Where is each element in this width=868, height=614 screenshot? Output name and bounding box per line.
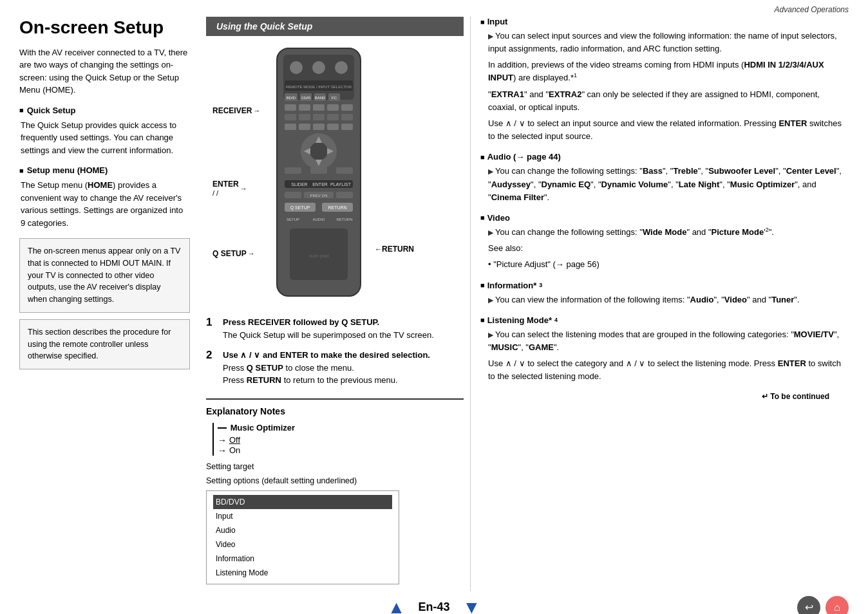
prev-page-arrow[interactable]: ▲: [388, 597, 406, 615]
step2-number: 2: [206, 349, 218, 362]
svg-rect-37: [341, 138, 353, 145]
svg-rect-40: [336, 167, 353, 174]
remote-diagram: RECEIVER → ENTER/ / → Q SETUP →: [212, 45, 457, 304]
step-2: 2 Use ∧ / ∨ and ENTER to make the desire…: [206, 349, 464, 387]
information-heading: Information*3: [480, 281, 849, 290]
mo-diagram: Music Optimizer → Off → On: [206, 423, 464, 456]
step1-body: The Quick Setup will be superimposed on …: [223, 330, 434, 340]
mo-on: On: [229, 445, 240, 455]
listening-mode-heading: Listening Mode*4: [480, 315, 849, 325]
section-input: Input ▶You can select input sources and …: [480, 17, 849, 143]
svg-text:SETUP: SETUP: [287, 218, 299, 221]
setup-menu-label: Setup menu (HOME): [27, 165, 108, 175]
section-information: Information*3 ▶You can view the informat…: [480, 281, 849, 306]
svg-rect-16: [299, 104, 310, 111]
svg-text:BAND: BAND: [315, 96, 326, 100]
svg-rect-39: [310, 167, 327, 174]
note-box-1: The on-screen menus appear only on a TV …: [19, 238, 190, 313]
steps-area: 1 Press RECEIVER followed by Q SETUP. Th…: [206, 316, 464, 387]
menu-item-input: Input: [213, 509, 392, 523]
svg-text:PLAYLIST: PLAYLIST: [330, 182, 352, 187]
step-1: 1 Press RECEIVER followed by Q SETUP. Th…: [206, 316, 464, 341]
step2-body1: Press Q SETUP to close the menu.: [223, 363, 354, 373]
svg-point-2: [290, 61, 303, 74]
audio-heading: Audio (→ page 44): [480, 152, 849, 162]
return-label: ← RETURN: [373, 245, 425, 254]
svg-text:PREV ON: PREV ON: [310, 194, 327, 198]
section-audio: Audio (→ page 44) ▶You can change the fo…: [480, 152, 849, 203]
setup-menu-heading: Setup menu (HOME): [19, 165, 190, 175]
svg-text:RETURN: RETURN: [337, 218, 353, 221]
receiver-label: RECEIVER →: [212, 106, 264, 115]
svg-text:num pad: num pad: [308, 253, 328, 259]
svg-text:ENTER: ENTER: [312, 182, 328, 187]
quick-setup-body: The Quick Setup provides quick access to…: [19, 119, 190, 157]
svg-rect-18: [327, 104, 339, 111]
svg-rect-45: [285, 192, 301, 198]
svg-rect-17: [313, 104, 325, 111]
explanatory-section: Explanatory Notes Music Optimizer → Off: [206, 398, 464, 584]
svg-rect-22: [313, 114, 325, 120]
setting-target: Setting target: [206, 462, 464, 471]
remote-labels-right: ← RETURN: [373, 45, 425, 254]
next-page-arrow[interactable]: ▼: [463, 597, 481, 615]
remote-svg-wrapper: REMOTE MODE / INPUT SELECTOR BD/D CD/R B…: [264, 45, 373, 304]
page-footer: ▲ En-43 ▼ ↩ ⌂: [0, 591, 868, 615]
menu-item-listening-mode: Listening Mode: [213, 566, 392, 580]
back-icon[interactable]: ↩: [797, 596, 820, 615]
svg-rect-19: [341, 104, 353, 111]
svg-rect-28: [327, 124, 339, 130]
page-title: On-screen Setup: [19, 17, 190, 39]
menu-item-audio: Audio: [213, 523, 392, 537]
svg-rect-48: [336, 192, 353, 198]
step1-heading: Press RECEIVER followed by Q SETUP.: [223, 317, 379, 327]
quick-setup-label: Quick Setup: [27, 106, 76, 115]
step2-heading: Use ∧ / ∨ and ENTER to make the desired …: [223, 350, 430, 360]
step1-number: 1: [206, 316, 218, 329]
information-body: ▶You can view the information of the fol…: [480, 293, 849, 306]
section-label: Advanced Operations: [775, 5, 849, 14]
input-body: ▶You can select input sources and view t…: [480, 30, 849, 143]
svg-text:FC: FC: [332, 96, 337, 100]
menu-item-information: Information: [213, 552, 392, 566]
page-number: En-43: [418, 600, 449, 614]
quick-setup-heading: Quick Setup: [19, 106, 190, 115]
menu-screen: BD/DVD Input Audio Video Information Lis…: [206, 490, 399, 584]
step1-content: Press RECEIVER followed by Q SETUP. The …: [223, 316, 434, 341]
enter-label: ENTER/ / →: [212, 180, 264, 198]
svg-rect-20: [285, 114, 296, 120]
setup-menu-body: The Setup menu (HOME) provides a conveni…: [19, 179, 190, 229]
svg-rect-15: [285, 104, 296, 111]
input-heading: Input: [480, 17, 849, 26]
setting-options: Setting options (default setting underli…: [206, 476, 464, 485]
video-heading: Video: [480, 213, 849, 223]
svg-point-31: [310, 142, 328, 160]
step2-content: Use ∧ / ∨ and ENTER to make the desired …: [223, 349, 430, 387]
to-be-continued: To be continued: [480, 392, 849, 401]
svg-point-3: [312, 61, 325, 74]
page-container: Advanced Operations On-screen Setup With…: [0, 0, 868, 614]
explanatory-title: Explanatory Notes: [206, 406, 464, 416]
svg-rect-36: [285, 138, 296, 145]
svg-rect-24: [341, 114, 353, 120]
svg-text:BD/D: BD/D: [287, 96, 296, 100]
receiver-arrow: →: [253, 107, 260, 115]
home-icon[interactable]: ⌂: [826, 596, 849, 615]
section-listening-mode: Listening Mode*4 ▶You can select the lis…: [480, 315, 849, 384]
main-content: On-screen Setup With the AV receiver con…: [0, 17, 868, 591]
svg-text:CD/R: CD/R: [301, 96, 311, 100]
step2-body2: Press RETURN to return to the previous m…: [223, 375, 398, 385]
remote-labels-left: RECEIVER → ENTER/ / → Q SETUP →: [212, 45, 264, 258]
svg-point-4: [335, 61, 348, 74]
svg-rect-21: [299, 114, 310, 120]
svg-text:RETURN: RETURN: [328, 205, 346, 210]
menu-item-video: Video: [213, 537, 392, 552]
right-column: Input ▶You can select input sources and …: [470, 17, 855, 591]
mo-off: Off: [229, 435, 240, 445]
qsetup-label: Q SETUP →: [212, 249, 264, 258]
svg-rect-25: [285, 124, 296, 130]
mo-label-text: Music Optimizer: [231, 423, 295, 433]
svg-rect-23: [327, 114, 339, 120]
section-header: Advanced Operations: [0, 0, 868, 17]
svg-text:Q SETUP: Q SETUP: [290, 205, 310, 210]
